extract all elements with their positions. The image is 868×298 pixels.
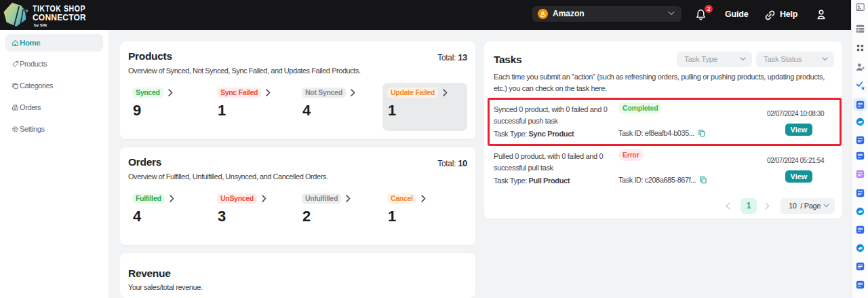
svg-text:a: a xyxy=(541,9,545,16)
